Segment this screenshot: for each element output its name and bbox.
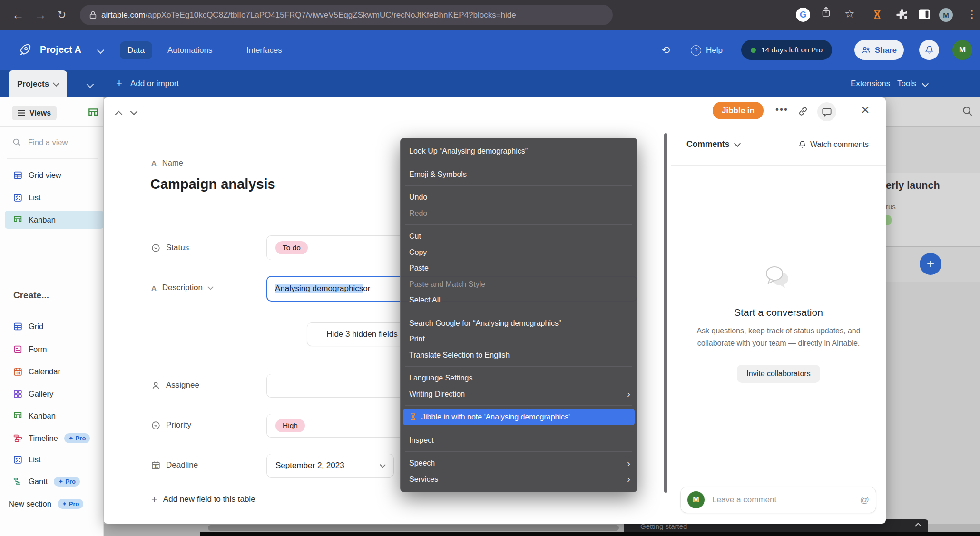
browser-profile-avatar[interactable]: M xyxy=(939,8,953,22)
menu-item-jibble-in-with-note[interactable]: Jibble in with note 'Analysing demograph… xyxy=(403,409,635,425)
extensions-button[interactable]: Extensions xyxy=(851,79,890,88)
table-tab-bar: Projects + Add or import Extensions Tool… xyxy=(0,70,980,97)
table-tab-projects[interactable]: Projects xyxy=(9,70,67,97)
sidebar-view-kanban[interactable]: Kanban xyxy=(5,211,104,229)
workspace-name[interactable]: Project A xyxy=(40,44,81,55)
sidebar-create-timeline[interactable]: Timeline ✦Pro xyxy=(5,429,104,447)
tab-data[interactable]: Data xyxy=(120,41,152,59)
bottom-black-strip xyxy=(200,532,980,536)
menu-item-select-all[interactable]: Select All xyxy=(401,292,637,308)
gallery-icon xyxy=(13,390,22,399)
background-kanban-card[interactable]: erly launch rus xyxy=(886,173,980,247)
vertical-scrollbar[interactable] xyxy=(664,133,667,493)
create-heading: Create... xyxy=(13,290,49,301)
menu-item-print[interactable]: Print... xyxy=(401,331,637,347)
menu-item-undo[interactable]: Undo xyxy=(401,189,637,205)
sidebar-create-form[interactable]: Form xyxy=(5,340,104,358)
calendar-icon: 31 xyxy=(151,461,160,470)
search-icon[interactable] xyxy=(962,106,973,117)
person-icon xyxy=(151,381,160,390)
comments-header[interactable]: Comments xyxy=(686,139,740,149)
menu-item-look-up[interactable]: Look Up “Analysing demographics” xyxy=(401,143,637,159)
history-icon[interactable]: ⟲ xyxy=(661,44,670,57)
comment-composer[interactable]: M Leave a comment @ xyxy=(680,487,876,513)
more-options-icon[interactable]: ••• xyxy=(775,104,788,115)
sidebar-create-kanban[interactable]: Kanban xyxy=(5,407,104,425)
tab-automations[interactable]: Automations xyxy=(167,46,213,55)
menu-item-cut[interactable]: Cut xyxy=(401,228,637,244)
deadline-field-value[interactable]: September 2, 2023 xyxy=(266,454,394,478)
comments-toggle-button[interactable] xyxy=(817,102,836,121)
close-icon[interactable]: × xyxy=(861,102,870,118)
jibble-in-button[interactable]: Jibble in xyxy=(713,102,764,119)
sidebar-view-list[interactable]: List xyxy=(5,188,104,206)
sidebar-create-gallery[interactable]: Gallery xyxy=(5,385,104,403)
invite-collaborators-button[interactable]: Invite collaborators xyxy=(737,365,820,383)
invite-wrap: Invite collaborators xyxy=(671,365,886,383)
trial-badge[interactable]: 14 days left on Pro xyxy=(741,40,832,60)
browser-forward-button[interactable]: → xyxy=(34,0,47,30)
menu-item-search-google[interactable]: Search Google for “Analysing demographic… xyxy=(401,315,637,331)
workspace-chevron-icon[interactable] xyxy=(97,47,105,54)
sidebar-new-section[interactable]: New section ✦Pro xyxy=(5,495,104,513)
google-extension-icon[interactable]: G xyxy=(796,8,810,22)
trial-dot-icon xyxy=(751,48,756,53)
tab-interfaces[interactable]: Interfaces xyxy=(246,46,282,55)
address-bar[interactable]: airtable.com/appXoTeEg10kcQC8Z/tblIo7LaP… xyxy=(80,5,613,25)
sidebar-toggle-icon[interactable] xyxy=(918,9,931,20)
bookmark-star-icon[interactable]: ☆ xyxy=(844,7,855,20)
browser-back-button[interactable]: ← xyxy=(12,0,24,30)
menu-item-inspect[interactable]: Inspect xyxy=(401,432,637,448)
record-title[interactable]: Campaign analysis xyxy=(150,176,275,192)
menu-item-writing-direction[interactable]: Writing Direction› xyxy=(401,386,637,402)
sidebar-create-grid[interactable]: Grid xyxy=(5,317,104,335)
user-avatar[interactable]: M xyxy=(952,40,972,60)
notifications-button[interactable] xyxy=(919,40,939,60)
timeline-icon xyxy=(13,434,22,443)
add-card-button[interactable]: + xyxy=(920,253,941,275)
plus-icon[interactable]: + xyxy=(116,77,122,89)
tools-chevron-icon xyxy=(922,80,929,87)
watch-comments-button[interactable]: Watch comments xyxy=(798,140,869,149)
next-record-button[interactable] xyxy=(130,108,138,116)
help-icon[interactable]: ? xyxy=(691,45,701,56)
share-button[interactable]: Share xyxy=(854,40,904,60)
rocket-icon xyxy=(17,42,32,58)
browser-menu-icon[interactable]: ⋮ xyxy=(967,9,977,20)
menu-item-emoji-symbols[interactable]: Emoji & Symbols xyxy=(401,166,637,183)
sparkle-icon: ✦ xyxy=(62,500,67,507)
menu-item-paste[interactable]: Paste xyxy=(401,260,637,276)
menu-item-language-settings[interactable]: Language Settings xyxy=(401,370,637,386)
link-icon[interactable] xyxy=(797,106,809,117)
mention-icon[interactable]: @ xyxy=(860,495,869,505)
pro-badge: ✦Pro xyxy=(58,499,84,509)
menu-item-services[interactable]: Services› xyxy=(401,471,637,487)
table-list-chevron-icon[interactable] xyxy=(87,81,94,88)
kanban-icon xyxy=(13,215,22,224)
menu-separator xyxy=(405,366,632,367)
views-toggle-button[interactable]: Views xyxy=(12,106,57,120)
sidebar-create-list[interactable]: List xyxy=(5,450,104,468)
chevron-up-icon[interactable] xyxy=(915,523,921,529)
add-field-button[interactable]: + Add new field to this table xyxy=(151,494,255,505)
jibble-hourglass-icon[interactable] xyxy=(872,8,883,21)
text-field-type-icon: A xyxy=(151,284,157,292)
horizontal-scrollbar[interactable] xyxy=(208,525,619,531)
chevron-down-icon[interactable] xyxy=(207,284,214,290)
background-view-toolbar xyxy=(886,97,980,127)
extensions-puzzle-icon[interactable] xyxy=(896,8,908,20)
find-a-view-input[interactable]: Find a view xyxy=(12,138,68,147)
menu-separator xyxy=(405,405,632,406)
sidebar-create-gantt[interactable]: Gantt ✦Pro xyxy=(5,472,104,490)
menu-item-speech[interactable]: Speech› xyxy=(401,455,637,471)
share-icon[interactable] xyxy=(821,6,831,18)
menu-item-copy[interactable]: Copy xyxy=(401,244,637,261)
tools-button[interactable]: Tools xyxy=(897,79,916,88)
add-or-import-button[interactable]: Add or import xyxy=(130,79,179,88)
sidebar-create-calendar[interactable]: 31 Calendar xyxy=(5,362,104,380)
help-label[interactable]: Help xyxy=(706,46,723,55)
browser-reload-button[interactable]: ↻ xyxy=(57,0,66,30)
sidebar-view-grid[interactable]: Grid view xyxy=(5,166,104,184)
menu-item-translate[interactable]: Translate Selection to English xyxy=(401,347,637,363)
previous-record-button[interactable] xyxy=(115,111,123,118)
